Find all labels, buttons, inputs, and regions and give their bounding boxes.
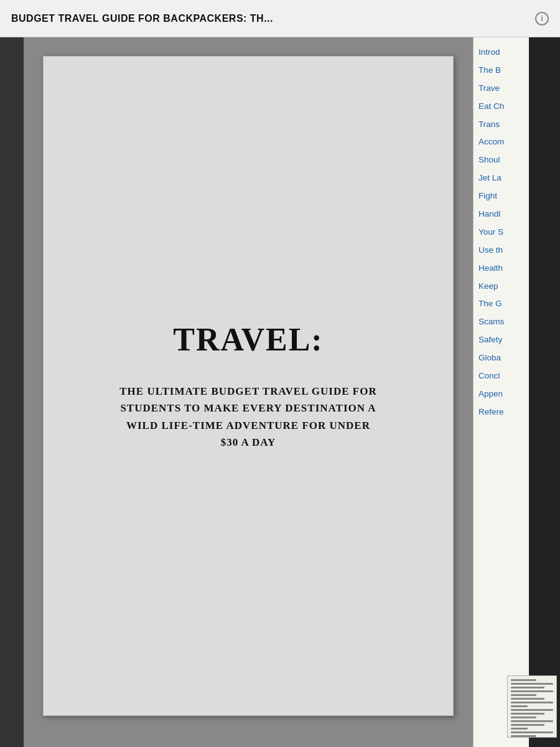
thumb-line	[511, 687, 529, 688]
info-icon[interactable]: i	[535, 12, 549, 26]
toc-item[interactable]: Your S	[474, 223, 529, 242]
thumbnail-content	[508, 676, 529, 738]
book-main-title: TRAVEL:	[173, 321, 323, 358]
toc-item[interactable]: Refere	[474, 403, 529, 421]
toc-item[interactable]: Appen	[474, 385, 529, 403]
toc-item[interactable]: Scams	[474, 313, 529, 331]
thumb-line	[511, 705, 528, 707]
toc-item[interactable]: Eat Ch	[474, 98, 529, 116]
info-icon-label: i	[541, 14, 543, 23]
thumb-line	[511, 713, 529, 715]
thumb-line	[511, 698, 529, 700]
table-of-contents: IntrodThe BTraveEat ChTransAccomShoulJet…	[473, 37, 529, 747]
toc-item[interactable]: Jet La	[474, 169, 529, 187]
toc-item[interactable]: Concl	[474, 367, 529, 385]
thumb-line	[511, 724, 529, 726]
toc-item[interactable]: Safety	[474, 331, 529, 349]
thumb-line	[511, 728, 528, 730]
document-container: TRAVEL: THE ULTIMATE BUDGET TRAVEL GUIDE…	[24, 37, 473, 747]
toc-item[interactable]: Globa	[474, 349, 529, 367]
toc-item[interactable]: The B	[474, 62, 529, 80]
toc-item[interactable]: Fight	[474, 187, 529, 205]
toc-item[interactable]: Introd	[474, 44, 529, 62]
thumb-line	[511, 716, 529, 718]
document-page: TRAVEL: THE ULTIMATE BUDGET TRAVEL GUIDE…	[43, 56, 454, 716]
thumb-line	[511, 694, 529, 696]
thumb-line	[511, 690, 529, 692]
toc-item[interactable]: Shoul	[474, 151, 529, 169]
toc-item[interactable]: The G	[474, 295, 529, 313]
toc-item[interactable]: Trans	[474, 116, 529, 134]
thumb-line	[511, 731, 529, 733]
toc-item[interactable]: Handl	[474, 205, 529, 223]
thumb-line	[511, 679, 529, 681]
toc-item[interactable]: Trave	[474, 80, 529, 98]
thumb-line	[511, 720, 529, 722]
toc-item[interactable]: Use th	[474, 242, 529, 260]
book-subtitle: THE ULTIMATE BUDGET TRAVEL GUIDE FOR STU…	[118, 383, 379, 451]
thumb-line	[511, 683, 529, 685]
toc-item[interactable]: Health	[474, 260, 529, 278]
thumb-line	[511, 735, 529, 737]
thumb-line	[511, 709, 529, 711]
top-bar: BUDGET TRAVEL GUIDE FOR BACKPACKERS: TH.…	[0, 0, 560, 37]
right-edge	[529, 37, 560, 747]
toc-item[interactable]: Keep	[474, 278, 529, 296]
thumb-line	[511, 702, 529, 703]
toc-item[interactable]: Accom	[474, 133, 529, 151]
left-panel	[0, 37, 24, 747]
thumbnail	[507, 675, 529, 738]
page-title: BUDGET TRAVEL GUIDE FOR BACKPACKERS: TH.…	[11, 13, 529, 24]
main-area: TRAVEL: THE ULTIMATE BUDGET TRAVEL GUIDE…	[0, 37, 560, 747]
